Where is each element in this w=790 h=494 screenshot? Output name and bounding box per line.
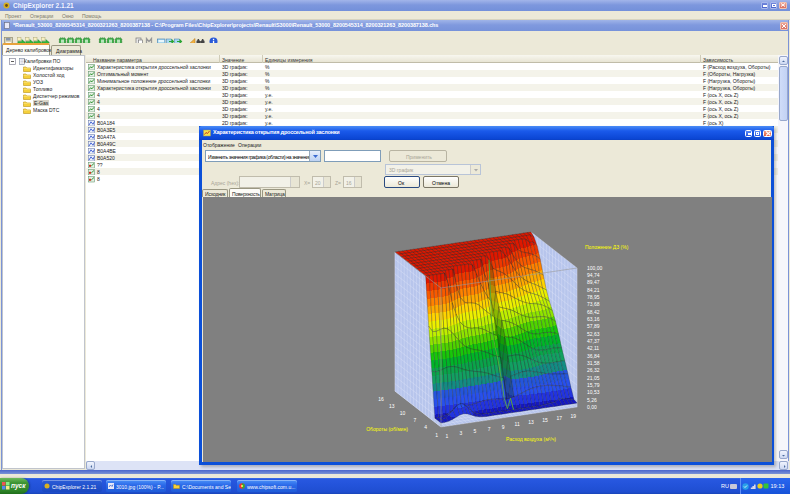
svg-text:36,84: 36,84: [587, 353, 600, 359]
svg-text:63,16: 63,16: [587, 316, 600, 322]
svg-text:5,26: 5,26: [587, 397, 597, 403]
svg-text:10: 10: [400, 410, 406, 416]
svg-text:0,00: 0,00: [587, 404, 597, 410]
svg-text:Расход воздуха (м³/ч): Расход воздуха (м³/ч): [506, 436, 556, 442]
svg-text:21,05: 21,05: [587, 375, 600, 381]
svg-text:Положение ДЗ (%): Положение ДЗ (%): [585, 244, 629, 250]
svg-text:10,53: 10,53: [587, 389, 600, 395]
svg-text:100,00: 100,00: [587, 265, 603, 271]
svg-text:4: 4: [424, 424, 427, 430]
svg-text:13: 13: [389, 403, 395, 409]
svg-text:89,47: 89,47: [587, 279, 600, 285]
svg-text:47,37: 47,37: [587, 338, 600, 344]
svg-text:52,63: 52,63: [587, 331, 600, 337]
svg-text:57,89: 57,89: [587, 323, 600, 329]
svg-text:3: 3: [460, 430, 463, 436]
svg-text:19: 19: [570, 413, 576, 419]
svg-text:1: 1: [435, 432, 438, 438]
svg-text:68,42: 68,42: [587, 309, 600, 315]
svg-text:Обороты (об/мин): Обороты (об/мин): [366, 426, 408, 432]
svg-text:78,95: 78,95: [587, 294, 600, 300]
svg-text:73,68: 73,68: [587, 301, 600, 307]
svg-text:42,11: 42,11: [587, 345, 599, 351]
svg-text:9: 9: [502, 424, 505, 430]
svg-text:13: 13: [528, 419, 534, 425]
svg-text:17: 17: [556, 415, 562, 421]
svg-text:94,74: 94,74: [587, 272, 600, 278]
svg-text:11: 11: [514, 421, 519, 427]
svg-text:1: 1: [446, 433, 449, 439]
svg-text:15,79: 15,79: [587, 382, 600, 388]
svg-text:7: 7: [414, 417, 417, 423]
svg-text:7: 7: [488, 426, 491, 432]
svg-text:15: 15: [542, 417, 548, 423]
svg-text:31,58: 31,58: [587, 360, 600, 366]
svg-text:84,21: 84,21: [587, 287, 600, 293]
svg-text:5: 5: [474, 428, 477, 434]
svg-text:26,32: 26,32: [587, 367, 600, 373]
svg-text:16: 16: [378, 396, 384, 402]
